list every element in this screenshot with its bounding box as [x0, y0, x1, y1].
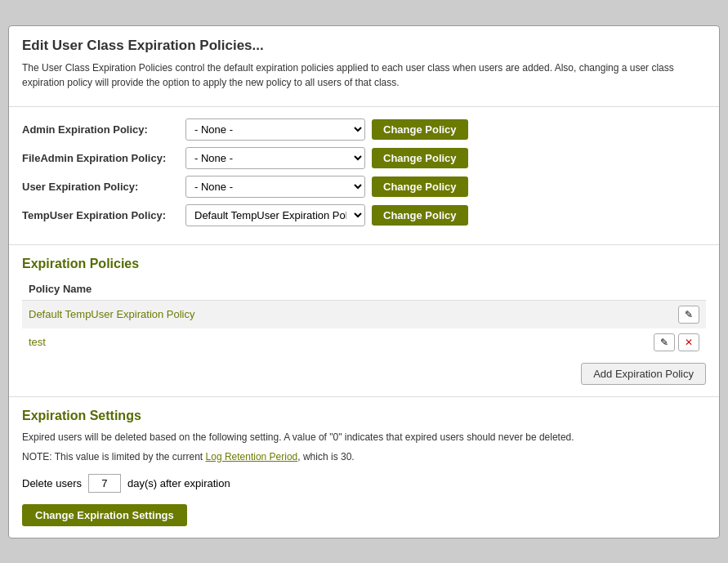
policy-row-label-fileadmin: FileAdmin Expiration Policy:	[22, 152, 185, 164]
add-expiration-policy-button[interactable]: Add Expiration Policy	[581, 363, 706, 385]
policy-row-select-tempuser[interactable]: - None -Default TempUser Expiration Poli…	[185, 204, 365, 226]
page-title: Edit User Class Expiration Policies...	[22, 38, 706, 54]
policy-actions-cell: ✎	[530, 300, 706, 328]
table-row: Default TempUser Expiration Policy✎	[22, 300, 706, 328]
note-suffix: , which is 30.	[297, 451, 354, 462]
log-retention-link[interactable]: Log Retention Period	[206, 451, 298, 462]
delete-users-row: Delete users day(s) after expiration	[22, 474, 706, 493]
policy-row-fileadmin: FileAdmin Expiration Policy:- None -Chan…	[22, 147, 706, 169]
expiration-policies-title: Expiration Policies	[22, 257, 706, 271]
policy-name-link[interactable]: Default TempUser Expiration Policy	[29, 308, 195, 320]
page-description: The User Class Expiration Policies contr…	[22, 60, 706, 90]
policy-row-select-user[interactable]: - None -	[185, 176, 365, 198]
change-expiration-settings-button[interactable]: Change Expiration Settings	[22, 504, 187, 526]
policy-row-label-user: User Expiration Policy:	[22, 181, 185, 193]
policy-row-user: User Expiration Policy:- None -Change Po…	[22, 176, 706, 198]
change-policy-button-fileadmin[interactable]: Change Policy	[372, 148, 468, 168]
note-prefix: NOTE: This value is limited by the curre…	[22, 451, 206, 462]
table-row: test✎✕	[22, 328, 706, 356]
policy-actions-cell: ✎✕	[530, 328, 706, 356]
change-policy-button-user[interactable]: Change Policy	[372, 176, 468, 197]
add-policy-row: Add Expiration Policy	[22, 363, 706, 385]
policy-row-select-fileadmin[interactable]: - None -	[185, 147, 365, 169]
page-container: Edit User Class Expiration Policies... T…	[8, 25, 720, 538]
policy-row-select-admin[interactable]: - None -	[185, 118, 365, 141]
expiration-settings-description: Expired users will be deleted based on t…	[22, 430, 706, 445]
delete-users-suffix: day(s) after expiration	[127, 477, 230, 489]
change-policy-button-admin[interactable]: Change Policy	[372, 119, 468, 140]
policy-row-label-tempuser: TempUser Expiration Policy:	[22, 209, 185, 221]
expiration-settings-note: NOTE: This value is limited by the curre…	[22, 449, 706, 464]
policy-row-tempuser: TempUser Expiration Policy:- None -Defau…	[22, 204, 706, 226]
expiration-policies-section: Expiration Policies Policy Name Default …	[9, 245, 719, 397]
delete-policy-button[interactable]: ✕	[678, 333, 699, 351]
policy-row-admin: Admin Expiration Policy:- None -Change P…	[22, 118, 706, 141]
policy-row-label-admin: Admin Expiration Policy:	[22, 123, 185, 136]
expiration-settings-title: Expiration Settings	[22, 409, 706, 423]
change-policy-button-tempuser[interactable]: Change Policy	[372, 205, 468, 226]
policy-table: Policy Name Default TempUser Expiration …	[22, 278, 706, 356]
policy-name-link[interactable]: test	[29, 336, 46, 348]
expiration-settings-section: Expiration Settings Expired users will b…	[9, 397, 719, 538]
policy-name-column-header: Policy Name	[22, 278, 530, 301]
delete-users-input[interactable]	[88, 474, 121, 493]
page-title-section: Edit User Class Expiration Policies... T…	[9, 26, 719, 107]
edit-policy-button[interactable]: ✎	[654, 333, 675, 351]
user-class-policies-section: Admin Expiration Policy:- None -Change P…	[9, 107, 719, 245]
delete-users-prefix: Delete users	[22, 477, 82, 489]
edit-policy-button[interactable]: ✎	[678, 306, 699, 324]
